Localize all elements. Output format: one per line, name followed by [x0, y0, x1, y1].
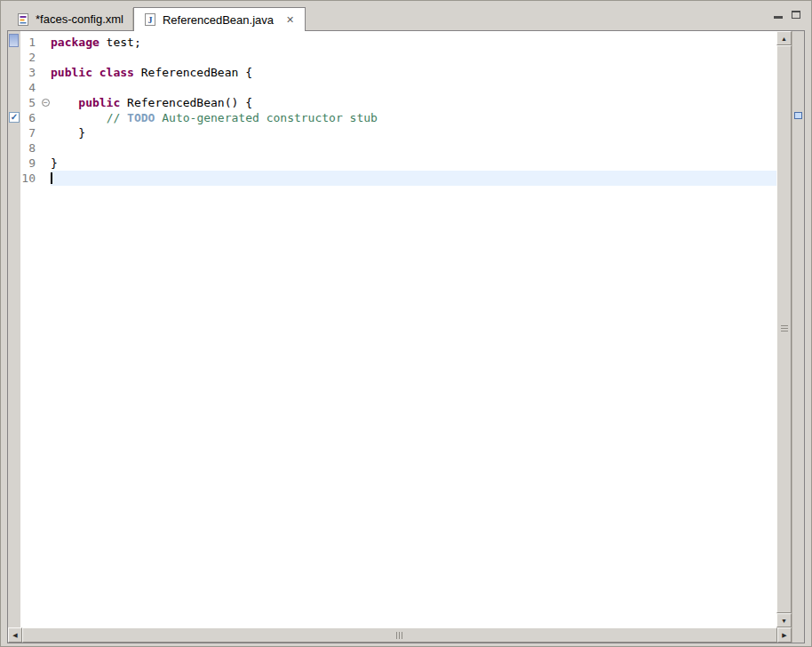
horizontal-scroll-thumb[interactable]: [22, 627, 777, 643]
fold-cell: [40, 156, 51, 171]
editor-tab-bar: *faces-config.xml J ReferencedBean.java …: [7, 7, 805, 30]
task-marker-icon[interactable]: ✓: [9, 112, 20, 123]
scroll-right-icon[interactable]: ▶: [777, 627, 792, 643]
code-segment: //: [107, 111, 127, 124]
line-number[interactable]: 6: [20, 110, 36, 125]
fold-column: −: [40, 31, 51, 627]
view-controls: [774, 11, 800, 19]
code-segment: Auto-generated constructor stub: [155, 111, 377, 124]
fold-cell: [40, 140, 51, 156]
fold-cell: [40, 110, 51, 125]
xml-file-icon: [16, 12, 30, 27]
overview-task-marker[interactable]: [794, 112, 802, 119]
code-lines[interactable]: package test;public class ReferencedBean…: [51, 31, 776, 627]
line-number[interactable]: 1: [20, 35, 36, 50]
vertical-scroll-thumb[interactable]: [776, 45, 792, 613]
code-line[interactable]: [51, 80, 776, 95]
code-line[interactable]: public class ReferencedBean {: [51, 65, 776, 80]
code-line[interactable]: package test;: [51, 35, 776, 50]
code-segment: public class: [51, 66, 134, 79]
line-number[interactable]: 7: [20, 125, 36, 140]
code-segment: }: [51, 126, 85, 140]
line-number[interactable]: 2: [20, 50, 36, 65]
code-line[interactable]: // TODO Auto-generated constructor stub: [51, 110, 776, 125]
line-number[interactable]: 3: [20, 65, 36, 80]
thumb-grip: [781, 325, 788, 333]
scroll-down-icon[interactable]: ▼: [776, 613, 792, 627]
scroll-left-icon[interactable]: ◀: [8, 627, 22, 643]
line-number[interactable]: 4: [20, 80, 36, 95]
code-segment: [51, 96, 78, 109]
code-segment: [51, 111, 107, 124]
horizontal-scrollbar[interactable]: ◀ ▶: [8, 627, 792, 643]
line-number[interactable]: 9: [20, 156, 36, 171]
code-line[interactable]: }: [51, 125, 776, 140]
maximize-icon[interactable]: [792, 11, 800, 19]
fold-cell: [40, 171, 51, 186]
fold-cell: [40, 125, 51, 140]
code-line[interactable]: [51, 140, 776, 156]
tab-label: ReferencedBean.java: [163, 13, 274, 27]
java-file-icon: J: [143, 12, 157, 27]
code-segment: public: [78, 96, 120, 109]
java-editor: ✓ 12345678910 − package test;public clas…: [7, 30, 805, 643]
eclipse-editor-area: *faces-config.xml J ReferencedBean.java …: [0, 0, 812, 647]
text-caret: [51, 172, 52, 184]
annotation-ruler[interactable]: ✓: [8, 31, 20, 627]
code-line[interactable]: [51, 50, 776, 65]
range-indicator: [9, 34, 19, 47]
code-line[interactable]: }: [51, 156, 776, 171]
code-segment: ReferencedBean() {: [120, 96, 252, 109]
overview-ruler[interactable]: [792, 31, 804, 643]
fold-cell: [40, 80, 51, 95]
fold-cell: [40, 65, 51, 80]
vertical-scrollbar[interactable]: ▲ ▼: [776, 31, 792, 627]
thumb-grip: [396, 632, 404, 639]
tab-faces-config[interactable]: *faces-config.xml: [7, 8, 133, 30]
fold-cell: [40, 35, 51, 50]
code-segment: test;: [100, 36, 141, 49]
svg-text:J: J: [147, 15, 152, 25]
line-number[interactable]: 8: [20, 140, 36, 156]
code-segment: }: [51, 156, 58, 170]
close-tab-icon[interactable]: ✕: [284, 14, 296, 26]
tab-label: *faces-config.xml: [36, 12, 123, 26]
code-segment: ReferencedBean {: [134, 66, 252, 79]
line-number-gutter[interactable]: 12345678910: [20, 31, 40, 627]
line-number[interactable]: 10: [20, 171, 36, 186]
code-segment: TODO: [127, 111, 155, 124]
fold-cell: −: [40, 95, 51, 110]
fold-cell: [40, 50, 51, 65]
minimize-icon[interactable]: [774, 11, 783, 19]
line-number[interactable]: 5: [20, 95, 36, 110]
code-line[interactable]: [51, 171, 776, 186]
tab-referencedbean[interactable]: J ReferencedBean.java ✕: [133, 7, 306, 31]
code-line[interactable]: public ReferencedBean() {: [51, 95, 776, 110]
code-segment: package: [51, 36, 100, 49]
fold-collapse-icon[interactable]: −: [42, 99, 50, 107]
scroll-up-icon[interactable]: ▲: [776, 31, 792, 45]
